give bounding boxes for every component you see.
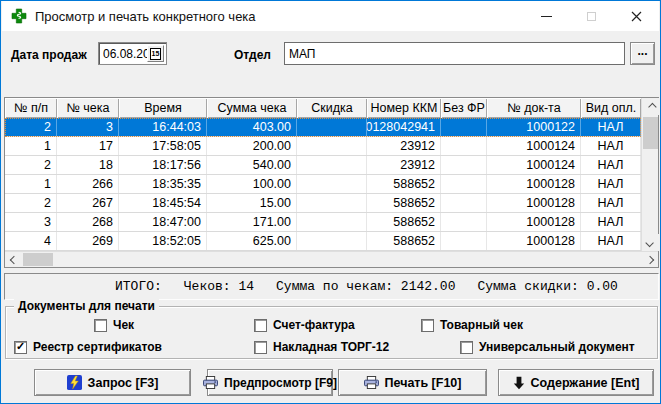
table-cell: [441, 232, 487, 250]
close-icon: [631, 11, 642, 22]
checkbox-torg12[interactable]: ✓ Накладная ТОРГ-12: [254, 340, 389, 354]
column-header[interactable]: Время: [119, 98, 207, 118]
calendar-button[interactable]: 15: [147, 45, 164, 62]
table-cell: 588652: [367, 213, 441, 231]
scroll-left-button[interactable]: [5, 252, 22, 267]
column-header[interactable]: Сумма чека: [207, 98, 297, 118]
checkbox-box[interactable]: ✓: [421, 319, 434, 332]
checkbox-box[interactable]: ✓: [14, 341, 27, 354]
department-browse-button[interactable]: ...: [630, 42, 655, 65]
horizontal-scrollbar[interactable]: [5, 251, 658, 267]
contents-button-label: Содержание [Ent]: [531, 376, 640, 390]
table-cell: 15.00: [207, 194, 297, 212]
table-cell: 588652: [367, 232, 441, 250]
table-cell: [441, 156, 487, 174]
print-documents-group: Документы для печати ✓ Чек ✓ Счет-фактур…: [5, 306, 658, 359]
table-row[interactable]: 1 266 18:35:35 100.00 588652 1000128 НАЛ: [5, 175, 641, 194]
contents-button[interactable]: Содержание [Ent]: [498, 369, 654, 396]
totals-discount: Сумма скидки: 0.00: [477, 279, 617, 294]
table-cell: 588652: [367, 194, 441, 212]
receipt-view-window: Просмотр и печать конкретного чека Дата …: [0, 0, 661, 404]
table-row[interactable]: 4 269 18:52:05 625.00 588652 1000128 НАЛ: [5, 232, 641, 251]
query-button[interactable]: Запрос [F3]: [34, 369, 191, 396]
column-header[interactable]: Скидка: [297, 98, 367, 118]
close-button[interactable]: [614, 1, 659, 31]
table-cell: НАЛ: [581, 118, 641, 136]
table-cell: 267: [57, 194, 119, 212]
table-cell: 266: [57, 175, 119, 193]
department-input[interactable]: [289, 45, 619, 62]
table-cell: 1000124: [487, 156, 581, 174]
window-title: Просмотр и печать конкретного чека: [35, 9, 256, 24]
group-title: Документы для печати: [14, 299, 159, 313]
checkbox-universal-document[interactable]: ✓ Универсальный документ: [460, 340, 635, 354]
table-cell: 18:35:35: [119, 175, 207, 193]
table-row[interactable]: 1 17 17:58:05 200.00 23912 1000124 НАЛ: [5, 137, 641, 156]
table-row[interactable]: 2 3 16:44:03 403.00 0128042941 1000122 Н…: [5, 118, 641, 137]
vertical-scroll-thumb[interactable]: [643, 117, 658, 149]
checkbox-sales-receipt[interactable]: ✓ Товарный чек: [421, 318, 523, 332]
table-cell: 100.00: [207, 175, 297, 193]
table-cell: НАЛ: [581, 232, 641, 250]
preview-button-label: Предпросмотр [F9]: [224, 376, 337, 390]
column-header[interactable]: Номер ККМ: [367, 98, 441, 118]
table-cell: 17:58:05: [119, 137, 207, 155]
scroll-up-button[interactable]: [642, 98, 659, 115]
column-header[interactable]: № док-та: [487, 98, 581, 118]
sale-date-input[interactable]: [103, 45, 147, 62]
checkbox-box[interactable]: ✓: [94, 319, 107, 332]
checkbox-receipt[interactable]: ✓ Чек: [94, 318, 134, 332]
checkbox-invoice[interactable]: ✓ Счет-фактура: [254, 318, 355, 332]
table-cell: [297, 232, 367, 250]
checkbox-box[interactable]: ✓: [254, 319, 267, 332]
horizontal-scroll-thumb[interactable]: [23, 253, 53, 266]
table-cell: [441, 118, 487, 136]
table-cell: 1000128: [487, 194, 581, 212]
table-cell: [297, 194, 367, 212]
department-field[interactable]: [284, 42, 625, 65]
table-cell: 17: [57, 137, 119, 155]
table-cell: [441, 213, 487, 231]
grid-header-row: № п/п № чека Время Сумма чека Скидка Ном…: [5, 98, 641, 118]
table-cell: 1: [5, 137, 57, 155]
checkbox-box[interactable]: ✓: [460, 341, 473, 354]
column-header[interactable]: № чека: [57, 98, 119, 118]
table-cell: 200.00: [207, 137, 297, 155]
pharmacy-cross-icon: [11, 8, 27, 24]
calendar-icon: 15: [150, 48, 161, 60]
totals-label: ИТОГО:: [115, 279, 162, 294]
totals-sum: Сумма по чекам: 2142.00: [276, 279, 455, 294]
table-cell: 23912: [367, 137, 441, 155]
column-header[interactable]: Без ФР: [441, 98, 487, 118]
minimize-button[interactable]: [524, 1, 569, 31]
table-cell: 268: [57, 213, 119, 231]
sale-date-field[interactable]: 15: [98, 42, 167, 65]
table-cell: 2: [5, 118, 57, 136]
checkbox-box[interactable]: ✓: [254, 341, 267, 354]
table-row[interactable]: 2 18 18:17:56 540.00 23912 1000124 НАЛ: [5, 156, 641, 175]
table-cell: НАЛ: [581, 194, 641, 212]
chevron-up-icon: [648, 102, 656, 110]
scroll-right-button[interactable]: [641, 252, 658, 267]
table-cell: 18:45:54: [119, 194, 207, 212]
scroll-down-button[interactable]: [642, 234, 659, 251]
table-cell: 625.00: [207, 232, 297, 250]
table-cell: 1000124: [487, 137, 581, 155]
table-cell: НАЛ: [581, 175, 641, 193]
table-cell: [297, 175, 367, 193]
table-cell: 23912: [367, 156, 441, 174]
print-button[interactable]: Печать [F10]: [338, 369, 487, 396]
table-cell: 1000128: [487, 175, 581, 193]
checkbox-certificates-register[interactable]: ✓ Реестр сертификатов: [14, 340, 162, 354]
table-cell: 16:44:03: [119, 118, 207, 136]
chevron-down-icon: [645, 238, 653, 246]
table-row[interactable]: 2 267 18:45:54 15.00 588652 1000128 НАЛ: [5, 194, 641, 213]
column-header[interactable]: Вид опл.: [581, 98, 641, 118]
table-row[interactable]: 3 268 18:47:00 171.00 588652 1000128 НАЛ: [5, 213, 641, 232]
table-cell: НАЛ: [581, 137, 641, 155]
table-cell: 1000128: [487, 232, 581, 250]
column-header[interactable]: № п/п: [5, 98, 57, 118]
vertical-scrollbar[interactable]: [641, 98, 658, 251]
preview-button[interactable]: Предпросмотр [F9]: [207, 369, 333, 396]
totals-checks-count: Чеков: 14: [184, 279, 254, 294]
